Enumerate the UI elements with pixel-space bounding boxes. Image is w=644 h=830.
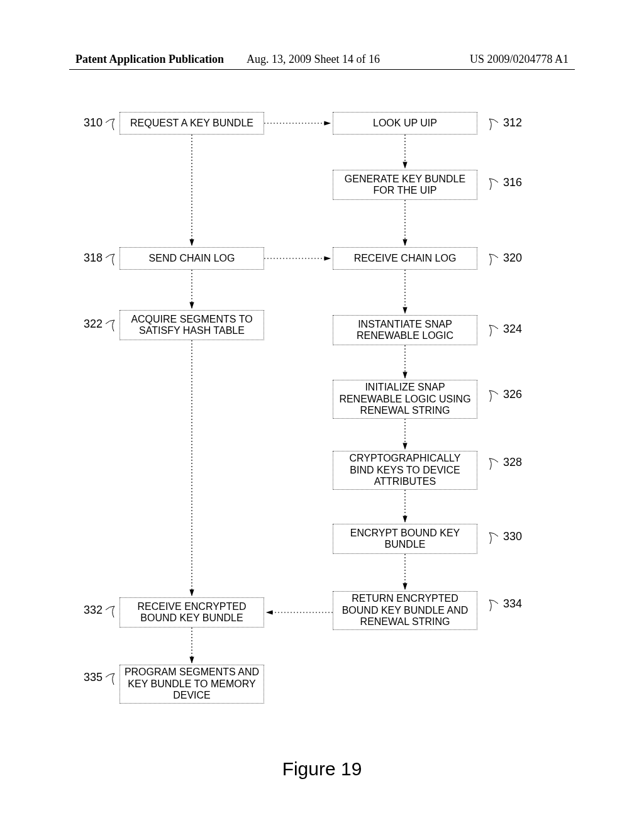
box-acquire-segments: ACQUIRE SEGMENTS TO SATISFY HASH TABLE bbox=[119, 310, 264, 340]
box-return-encrypted: RETURN ENCRYPTED BOUND KEY BUNDLE AND RE… bbox=[333, 591, 477, 630]
ref-332: 332 bbox=[84, 604, 103, 617]
box-send-chain-log: SEND CHAIN LOG bbox=[119, 247, 264, 270]
flowchart: REQUEST A KEY BUNDLE 310 LOOK UP UIP 312… bbox=[0, 0, 644, 830]
ref-320: 320 bbox=[503, 252, 522, 265]
ref-318: 318 bbox=[84, 252, 103, 265]
ref-324: 324 bbox=[503, 323, 522, 336]
box-request-key-bundle: REQUEST A KEY BUNDLE bbox=[119, 112, 264, 135]
box-bind-keys: CRYPTOGRAPHICALLY BIND KEYS TO DEVICE AT… bbox=[333, 451, 477, 490]
ref-316: 316 bbox=[503, 176, 522, 189]
figure-caption: Figure 19 bbox=[0, 758, 644, 780]
box-receive-chain-log: RECEIVE CHAIN LOG bbox=[333, 247, 477, 270]
ref-322: 322 bbox=[84, 318, 103, 331]
ref-326: 326 bbox=[503, 388, 522, 401]
box-look-up-uip: LOOK UP UIP bbox=[333, 112, 477, 135]
ref-312: 312 bbox=[503, 116, 522, 130]
ref-330: 330 bbox=[503, 530, 522, 543]
box-instantiate-snap: INSTANTIATE SNAP RENEWABLE LOGIC bbox=[333, 315, 477, 345]
page: Patent Application Publication Aug. 13, … bbox=[0, 0, 644, 830]
ref-335: 335 bbox=[84, 671, 103, 684]
ref-328: 328 bbox=[503, 456, 522, 469]
ref-310: 310 bbox=[84, 116, 103, 130]
box-receive-encrypted: RECEIVE ENCRYPTED BOUND KEY BUNDLE bbox=[119, 597, 264, 628]
box-generate-key-bundle: GENERATE KEY BUNDLE FOR THE UIP bbox=[333, 170, 477, 200]
box-program-segments: PROGRAM SEGMENTS AND KEY BUNDLE TO MEMOR… bbox=[119, 665, 264, 704]
box-initialize-snap: INITIALIZE SNAP RENEWABLE LOGIC USING RE… bbox=[333, 380, 477, 419]
ref-334: 334 bbox=[503, 597, 522, 611]
box-encrypt-bound: ENCRYPT BOUND KEY BUNDLE bbox=[333, 524, 477, 554]
